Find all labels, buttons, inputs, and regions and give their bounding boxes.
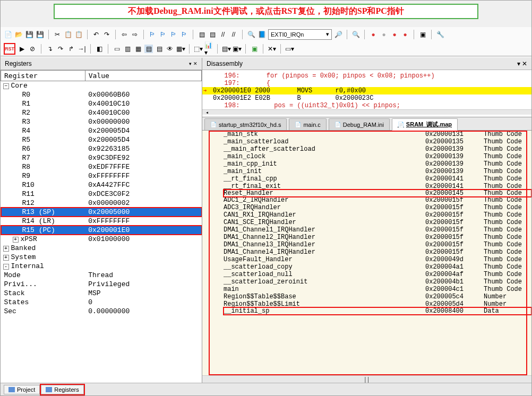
cut-icon[interactable]: ✂	[53, 30, 62, 39]
registers-icon[interactable]: ▤	[144, 45, 153, 53]
register-row[interactable]: R70x9C3DFE92	[1, 153, 202, 162]
register-row[interactable]: R10x40010C10	[1, 99, 202, 108]
panel-menu-icon[interactable]: ▾ ✕	[189, 61, 198, 66]
register-row[interactable]: Privi...Privileged	[1, 280, 202, 289]
run-to-icon[interactable]: →|	[78, 45, 86, 53]
register-row[interactable]: R40x200005D4	[1, 126, 202, 135]
map-symbol-row[interactable]: _main_stk0x20000131Thumb Code	[224, 131, 531, 138]
bookmark-clear-icon[interactable]: 🏳	[180, 30, 188, 39]
save-all-icon[interactable]: 💾	[36, 30, 44, 39]
step-over-icon[interactable]: ↷	[56, 45, 65, 53]
find2-icon[interactable]: 🔎	[334, 30, 342, 39]
map-symbol-row[interactable]: _main_init0x20000139Thumb Code	[224, 168, 531, 175]
register-row[interactable]: R00x00060B60	[1, 90, 202, 99]
register-row[interactable]: R90xFFFFFFFF	[1, 171, 202, 180]
paste-icon[interactable]: 📋	[74, 30, 83, 39]
scrollbar-horizontal[interactable]: ││	[202, 375, 531, 383]
register-group[interactable]: +System	[1, 253, 202, 262]
map-symbol-row[interactable]: Reset_Handler0x20000145Thumb Code	[224, 190, 531, 197]
breakpoint4-icon[interactable]: ●	[401, 30, 409, 39]
nav-back-icon[interactable]: ⇦	[120, 30, 128, 39]
debug-icon[interactable]: 🔍	[351, 30, 360, 39]
map-symbol-row[interactable]: CAN1_SCE_IRQHandler0x2000015fThumb Code	[224, 219, 531, 226]
map-symbol-row[interactable]: _main_clock0x20000139Thumb Code	[224, 153, 531, 160]
callstack-icon[interactable]: ▤	[155, 45, 164, 53]
register-row[interactable]: R100xA4427FFC	[1, 180, 202, 190]
editor-tab[interactable]: 📄startup_stm32f10x_hd.s	[204, 118, 287, 130]
register-row[interactable]: R80xEDF7FFFE	[1, 162, 202, 171]
settings-icon[interactable]: ▭▾	[285, 45, 294, 53]
scrollbar-horizontal[interactable]: ◂	[202, 109, 531, 115]
watch-icon[interactable]: 👁	[166, 45, 174, 53]
map-symbol-row[interactable]: _main_scatterload0x20000135Thumb Code	[224, 138, 531, 145]
register-group[interactable]: -Internal	[1, 262, 202, 271]
bookmark-icon[interactable]: 🏳	[148, 30, 157, 39]
breakpoint2-icon[interactable]: ●	[380, 30, 388, 39]
trace-icon[interactable]: ▤▾	[222, 45, 230, 53]
register-row[interactable]: StackMSP	[1, 289, 202, 298]
collapse-icon[interactable]: −	[3, 83, 9, 89]
save-icon[interactable]: 💾	[25, 30, 33, 39]
doc-icon[interactable]: 📘	[258, 30, 266, 39]
breakpoint-icon[interactable]: ●	[369, 30, 377, 39]
map-symbol-row[interactable]: Region$$Table$$Base0x200005c4Number	[224, 293, 531, 300]
new-icon[interactable]: 📄	[4, 30, 12, 39]
window-icon[interactable]: ▣	[418, 30, 427, 39]
cmd-icon[interactable]: ▭	[113, 45, 121, 53]
editor-tab[interactable]: 📄main.c	[289, 118, 326, 130]
register-row[interactable]: Sec0.00000000	[1, 307, 202, 316]
map-symbol-row[interactable]: __rt_final_exit0x20000141Thumb Code	[224, 183, 531, 190]
tab-registers[interactable]: Registers	[41, 385, 83, 394]
copy-icon[interactable]: 📋	[64, 30, 72, 39]
memory-icon[interactable]: ▦▾	[176, 45, 185, 53]
map-symbol-row[interactable]: ADC1_2_IRQHandler0x2000015fThumb Code	[224, 196, 531, 204]
system-icon[interactable]: ▣▾	[233, 45, 241, 53]
map-symbol-row[interactable]: DMA1_Channel3_IRQHandler0x2000015fThumb …	[224, 241, 531, 248]
indent-icon[interactable]: ▤	[198, 30, 206, 39]
map-symbol-row[interactable]: ADC3_IRQHandler0x2000015fThumb Code	[224, 204, 531, 211]
register-row[interactable]: R60x92263185	[1, 144, 202, 153]
undo-icon[interactable]: ↶	[92, 30, 100, 39]
map-symbol-row[interactable]: _main_cpp_init0x20000139Thumb Code	[224, 160, 531, 168]
map-symbol-row[interactable]: DMA1_Channel2_IRQHandler0x2000015fThumb …	[224, 234, 531, 241]
reset-icon[interactable]: RST	[5, 45, 14, 53]
editor-tab[interactable]: 📄SRAM_调试.map	[392, 118, 458, 131]
register-row[interactable]: States0	[1, 298, 202, 307]
map-symbol-row[interactable]: CAN1_RX1_IRQHandler0x2000015fThumb Code	[224, 211, 531, 219]
register-row[interactable]: R14 (LR)0xFFFFFFFF	[1, 217, 202, 226]
bookmark-prev-icon[interactable]: 🏳	[159, 30, 167, 39]
register-row[interactable]: R50x200005D4	[1, 135, 202, 144]
nav-fwd-icon[interactable]: ⇨	[131, 30, 139, 39]
tab-project[interactable]: Project	[4, 385, 40, 394]
disassembly-view[interactable]: 196: for (pinpos = 0x00; pinpos < 0x08; …	[202, 70, 531, 117]
comment-icon[interactable]: //	[219, 30, 227, 39]
disasm-icon[interactable]: ▥	[123, 45, 132, 53]
register-row[interactable]: R13 (SP)0x20005000	[1, 208, 202, 217]
map-symbol-row[interactable]: main0x200004c1Thumb Code	[224, 286, 531, 293]
register-row[interactable]: R15 (PC)0x200001E0	[1, 226, 202, 235]
panel-menu-icon[interactable]: ▾ ✕	[517, 60, 527, 67]
map-symbol-row[interactable]: DMA1_Channel1_IRQHandler0x2000015fThumb …	[224, 226, 531, 234]
map-symbol-row[interactable]: __scatterload_zeroinit0x200004b1Thumb Co…	[224, 278, 531, 286]
find-icon[interactable]: 🔍	[247, 30, 255, 39]
tools-icon[interactable]: ✕▾	[268, 45, 276, 53]
map-symbol-row[interactable]: __initial_sp0x20008400Data	[224, 307, 531, 315]
register-row[interactable]: R20x40010C00	[1, 108, 202, 117]
analyzer-icon[interactable]: 📊▾	[204, 45, 213, 53]
run-icon[interactable]: ▶	[18, 45, 26, 53]
map-symbol-row[interactable]: __scatterload_null0x200004afThumb Code	[224, 271, 531, 278]
map-symbol-row[interactable]: __scatterload_copy0x200004a1Thumb Code	[224, 263, 531, 271]
step-in-icon[interactable]: ↴	[46, 45, 54, 53]
register-row[interactable]: R120x00000002	[1, 199, 202, 208]
map-symbol-row[interactable]: __main_after_scatterload0x20000139Thumb …	[224, 145, 531, 153]
map-symbol-row[interactable]: UsageFault_Handler0x2000049dThumb Code	[224, 256, 531, 263]
register-row[interactable]: ModeThread	[1, 271, 202, 280]
open-icon[interactable]: 📂	[14, 30, 23, 39]
map-file-view[interactable]: _main_stk0x20000131Thumb Code_main_scatt…	[202, 131, 531, 375]
register-row[interactable]: R110xDCE3C0F2	[1, 190, 202, 199]
show-icon[interactable]: ◧	[95, 45, 104, 53]
map-symbol-row[interactable]: __rt_final_cpp0x20000141Thumb Code	[224, 175, 531, 183]
redo-icon[interactable]: ↷	[102, 30, 111, 39]
map-symbol-row[interactable]: DMA1_Channel4_IRQHandler0x2000015fThumb …	[224, 248, 531, 256]
step-out-icon[interactable]: ↱	[67, 45, 75, 53]
